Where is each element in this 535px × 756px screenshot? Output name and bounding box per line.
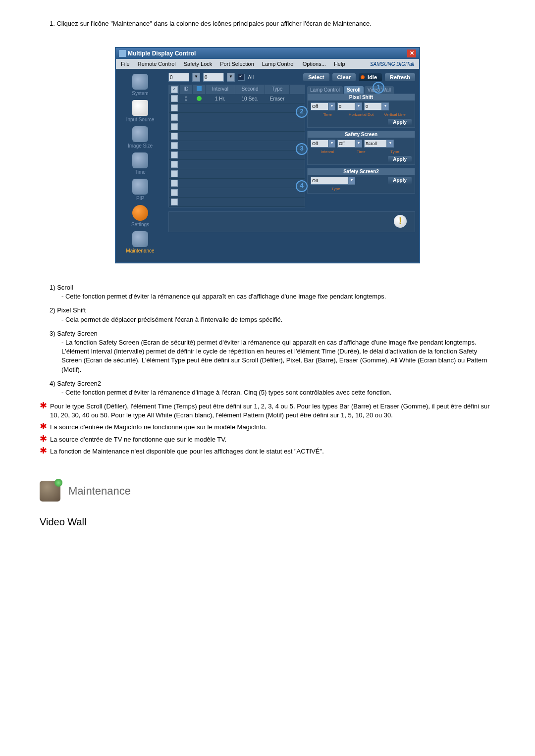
tab-scroll[interactable]: Scroll (344, 86, 364, 94)
table-row[interactable] (169, 122, 305, 132)
sidebar-item-maintenance[interactable]: Maintenance (118, 231, 162, 253)
row-checkbox[interactable] (171, 142, 178, 149)
table-row[interactable] (169, 198, 305, 207)
top-toolbar: ▼ ▼ All Select Clear Idle Refresh (168, 73, 415, 82)
sidebar-item-time[interactable]: Time (118, 152, 162, 175)
table-row[interactable] (169, 103, 305, 113)
header-checkbox[interactable] (171, 86, 178, 93)
safety-type-select[interactable] (364, 140, 387, 148)
chevron-down-icon[interactable]: ▾ (387, 140, 394, 148)
content-area: ▼ ▼ All Select Clear Idle Refresh ID Int (164, 69, 419, 262)
table-row[interactable]: 0 1 Hr. 10 Sec. Eraser (169, 94, 305, 103)
row-checkbox[interactable] (171, 104, 178, 111)
safety2-type-select[interactable] (311, 177, 348, 185)
row-checkbox[interactable] (171, 170, 178, 177)
safety-time-select[interactable] (337, 140, 355, 148)
row-checkbox[interactable] (171, 114, 178, 121)
menu-help[interactable]: Help (330, 60, 349, 68)
table-row[interactable] (169, 160, 305, 169)
all-checkbox[interactable] (238, 74, 245, 81)
sidebar-label: Maintenance (126, 248, 154, 253)
sidebar-label: PIP (136, 196, 144, 201)
description-item: 4) Safety Screen2 - Cette fonction perme… (40, 379, 495, 397)
chevron-down-icon[interactable]: ▼ (192, 73, 200, 82)
panel-header: Safety Screen2 (308, 168, 415, 175)
chevron-down-icon[interactable]: ▾ (328, 102, 335, 110)
table-row[interactable] (169, 113, 305, 122)
apply-button[interactable]: Apply (388, 177, 412, 185)
sublabel-interval: Interval (311, 150, 344, 154)
panel-tabs: Lamp Control Scroll Video Wall (307, 85, 415, 94)
row-checkbox[interactable] (171, 180, 178, 187)
pixel-time-select[interactable] (311, 102, 328, 110)
chevron-down-icon[interactable]: ▾ (355, 140, 362, 148)
desc-body: - Cette fonction permet d'éviter la réma… (40, 292, 495, 301)
row-checkbox[interactable] (171, 161, 178, 168)
safety-interval-select[interactable] (311, 140, 328, 148)
table-row[interactable] (169, 169, 305, 179)
sidebar-item-settings[interactable]: Settings (118, 205, 162, 227)
chevron-down-icon[interactable]: ▾ (382, 102, 389, 110)
sidebar-item-system[interactable]: System (118, 74, 162, 96)
row-checkbox[interactable] (171, 123, 178, 130)
idle-button[interactable]: Idle (359, 73, 382, 81)
sidebar-label: System (132, 91, 148, 96)
desc-num: 2) (50, 306, 55, 314)
maintenance-icon (132, 231, 148, 247)
description-item: 1) Scroll - Cette fonction permet d'évit… (40, 283, 495, 301)
chevron-down-icon[interactable]: ▼ (227, 73, 235, 82)
range-from-input[interactable] (168, 73, 189, 82)
tab-lamp-control[interactable]: Lamp Control (307, 86, 343, 94)
all-label: All (248, 74, 254, 80)
menu-lamp[interactable]: Lamp Control (258, 60, 299, 68)
range-to-input[interactable] (203, 73, 224, 82)
close-button[interactable]: ✕ (407, 50, 416, 57)
window-title: Multiple Display Control (128, 50, 196, 57)
row-checkbox[interactable] (171, 199, 178, 205)
panel-header: Safety Screen (308, 131, 415, 138)
subsection-title: Video Wall (40, 516, 495, 528)
menu-file[interactable]: File (117, 60, 134, 68)
table-row[interactable] (169, 188, 305, 198)
pixel-hdot-select[interactable] (337, 102, 355, 110)
header-interval: Interval (206, 85, 235, 94)
header-status (193, 85, 206, 94)
apply-button[interactable]: Apply (388, 156, 412, 162)
sidebar-label: Settings (131, 222, 149, 227)
sublabel-time: Time (344, 150, 378, 154)
sidebar-item-input-source[interactable]: Input Source (118, 100, 162, 122)
menu-port[interactable]: Port Selection (216, 60, 258, 68)
sidebar-label: Time (135, 169, 146, 175)
panel-safety-screen: Safety Screen ▾ ▾ ▾ Interval Time Type A… (307, 131, 415, 165)
sidebar-item-image-size[interactable]: Image Size (118, 126, 162, 149)
sidebar-label: Image Size (128, 143, 153, 149)
pixel-vline-select[interactable] (364, 102, 382, 110)
menu-options[interactable]: Options... (299, 60, 330, 68)
header-type: Type (265, 85, 290, 94)
chevron-down-icon[interactable]: ▾ (328, 140, 335, 148)
chevron-down-icon[interactable]: ▾ (348, 177, 355, 185)
menu-safety-lock[interactable]: Safety Lock (180, 60, 216, 68)
menu-remote[interactable]: Remote Control (134, 60, 180, 68)
status-dot-icon (197, 96, 202, 101)
sublabel-vline: Vertical Line (378, 112, 412, 117)
row-checkbox[interactable] (171, 95, 178, 102)
sublabel-type: Type (378, 150, 412, 154)
refresh-button[interactable]: Refresh (385, 73, 415, 81)
sidebar-item-pip[interactable]: PIP (118, 179, 162, 201)
row-checkbox[interactable] (171, 189, 178, 196)
table-row[interactable] (169, 179, 305, 188)
table-row[interactable] (169, 151, 305, 160)
desc-title: Pixel Shift (57, 306, 86, 314)
instruction-text: 1. Cliquez sur l'icône "Maintenance" dan… (40, 20, 495, 27)
table-row[interactable] (169, 132, 305, 141)
row-checkbox[interactable] (171, 151, 178, 158)
select-button[interactable]: Select (303, 73, 329, 81)
row-checkbox[interactable] (171, 133, 178, 140)
apply-button[interactable]: Apply (388, 119, 412, 125)
table-row[interactable] (169, 141, 305, 151)
info-icon: ! (394, 215, 407, 228)
titlebar: Multiple Display Control ✕ (116, 48, 419, 59)
clear-button[interactable]: Clear (332, 73, 356, 81)
chevron-down-icon[interactable]: ▾ (355, 102, 362, 110)
